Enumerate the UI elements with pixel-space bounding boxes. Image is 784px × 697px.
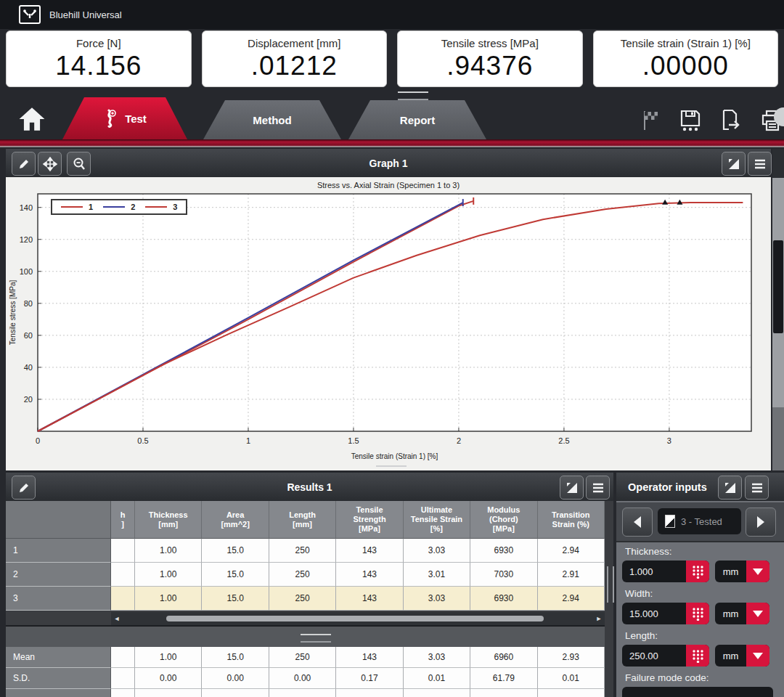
operator-expand-button[interactable] xyxy=(718,476,742,500)
live-display-1: Displacement [mm].01212 xyxy=(202,30,388,87)
row-header-blank xyxy=(6,501,111,539)
stats-label: Mean xyxy=(6,647,111,668)
specimen-selector[interactable]: 3 - Tested xyxy=(658,508,741,534)
unit-dropdown-button[interactable] xyxy=(746,645,769,667)
results-menu-button[interactable] xyxy=(586,476,610,500)
unit-select-0[interactable]: mm xyxy=(715,561,769,582)
pan-button[interactable] xyxy=(38,152,62,176)
result-cell: 7030 xyxy=(470,563,537,587)
field-label-3: Failure mode code: xyxy=(625,672,709,683)
keypad-button[interactable] xyxy=(686,645,709,667)
tick-label-y: 140 xyxy=(20,203,33,212)
scrollbar-thumb[interactable] xyxy=(773,240,783,333)
operator-panel-title: Operator inputs xyxy=(628,481,707,493)
unit-value: mm xyxy=(715,651,746,661)
pan-icon xyxy=(43,157,57,171)
input-thickness[interactable]: 1.000 xyxy=(622,561,709,582)
stats-cell: 0.01 xyxy=(538,668,605,689)
previous-specimen-button[interactable] xyxy=(622,508,653,537)
scroll-right-icon[interactable]: ► xyxy=(593,612,605,625)
chart-region[interactable]: Stress vs. Axial Strain (Specimen 1 to 3… xyxy=(6,177,771,470)
tab-label: Test xyxy=(125,113,147,125)
results-table: h ]Thickness [mm]Area [mm^2]Length [mm]T… xyxy=(6,501,605,611)
vertical-panel-splitter[interactable] xyxy=(605,501,613,697)
stats-cell: 3.03 xyxy=(404,647,470,668)
result-cell: 250 xyxy=(269,587,336,611)
finish-flag-icon[interactable] xyxy=(642,110,661,131)
export-icon[interactable] xyxy=(720,109,742,132)
stats-cell: 1.00 xyxy=(135,647,202,668)
horizontal-scrollbar[interactable]: ◄ ► xyxy=(111,612,605,625)
arrow-left-icon xyxy=(632,515,643,529)
tab-test[interactable]: Test xyxy=(62,97,187,139)
next-specimen-button[interactable] xyxy=(746,508,776,537)
tick-label-y: 60 xyxy=(24,331,33,340)
zoom-out-icon xyxy=(72,157,86,171)
input-failuremodecode[interactable] xyxy=(622,687,773,697)
results-expand-button[interactable] xyxy=(560,476,584,500)
result-cell: 3.03 xyxy=(404,587,470,611)
results-panel-title: Results 1 xyxy=(6,481,613,493)
results-row-3[interactable]: 301.0015.02501433.0369302.94 xyxy=(6,587,605,611)
live-display-value: .01212 xyxy=(251,51,338,81)
result-cell: 6930 xyxy=(470,539,537,563)
legend-item: 1 xyxy=(61,203,93,211)
drag-handle[interactable] xyxy=(398,91,428,100)
empty-cell xyxy=(404,689,470,697)
accent-stripe xyxy=(0,139,784,147)
legend-label: 3 xyxy=(173,203,177,211)
tab-report[interactable]: Report xyxy=(348,100,486,139)
partial-cell: 0 xyxy=(111,647,135,668)
col-header-1: Area [mm^2] xyxy=(202,501,269,539)
chevron-down-icon xyxy=(753,568,763,575)
tick-label-y: 40 xyxy=(24,363,33,372)
operator-panel-header: Operator inputs xyxy=(616,473,784,502)
input-value: 250.00 xyxy=(622,651,686,661)
input-length[interactable]: 250.00 xyxy=(622,645,709,667)
stats-cell: 143 xyxy=(336,647,403,668)
menu-icon xyxy=(592,482,605,494)
graph-panel-title: Graph 1 xyxy=(6,158,771,169)
unit-value: mm xyxy=(715,566,746,577)
results-edit-button[interactable] xyxy=(12,476,36,500)
save-icon[interactable] xyxy=(679,109,701,132)
graph-menu-button[interactable] xyxy=(748,152,772,176)
stats-cell: 250 xyxy=(269,647,336,668)
stats-label: S.D. xyxy=(6,668,111,689)
tab-method[interactable]: Method xyxy=(203,100,341,139)
graph-expand-button[interactable] xyxy=(722,152,746,176)
chart-plot[interactable]: 2040608010012014000.511.522.53Tensile st… xyxy=(6,177,771,470)
results-panel-header: Results 1 xyxy=(6,473,613,502)
pencil-icon xyxy=(17,481,30,494)
tick-label-x: 2 xyxy=(457,436,461,445)
keypad-button[interactable] xyxy=(686,603,709,624)
scrollbar-thumb[interactable] xyxy=(166,616,544,621)
vertical-scrollbar[interactable] xyxy=(772,149,784,470)
app-title: Bluehill Universal xyxy=(49,9,122,20)
zoom-out-button[interactable] xyxy=(67,152,91,176)
splitter-handle[interactable] xyxy=(301,634,331,643)
stats-cell: 15.0 xyxy=(202,647,269,668)
row-label: 1 xyxy=(6,539,111,563)
tab-label: Report xyxy=(400,114,435,126)
unit-dropdown-button[interactable] xyxy=(746,561,769,582)
keypad-button[interactable] xyxy=(686,561,709,582)
results-row-1[interactable]: 101.0015.02501433.0369302.94 xyxy=(6,539,605,563)
operator-menu-button[interactable] xyxy=(745,476,769,500)
input-width[interactable]: 15.000 xyxy=(622,603,709,624)
unit-select-1[interactable]: mm xyxy=(715,603,769,624)
home-button[interactable] xyxy=(16,103,48,135)
unit-dropdown-button[interactable] xyxy=(746,603,769,624)
keypad-icon xyxy=(692,607,704,621)
scroll-left-icon[interactable]: ◄ xyxy=(111,612,123,625)
chevron-down-icon xyxy=(753,611,763,617)
specimen-file-icon xyxy=(665,515,675,528)
result-cell: 2.94 xyxy=(538,587,605,611)
tick-label-x: 1 xyxy=(246,436,250,445)
table-splitter[interactable] xyxy=(6,625,613,649)
live-display-label: Force [N] xyxy=(76,36,121,51)
unit-select-2[interactable]: mm xyxy=(715,645,769,667)
edit-button[interactable] xyxy=(12,152,36,176)
legend-line xyxy=(61,206,83,208)
results-row-2[interactable]: 201.0015.02501433.0170302.91 xyxy=(6,563,605,587)
